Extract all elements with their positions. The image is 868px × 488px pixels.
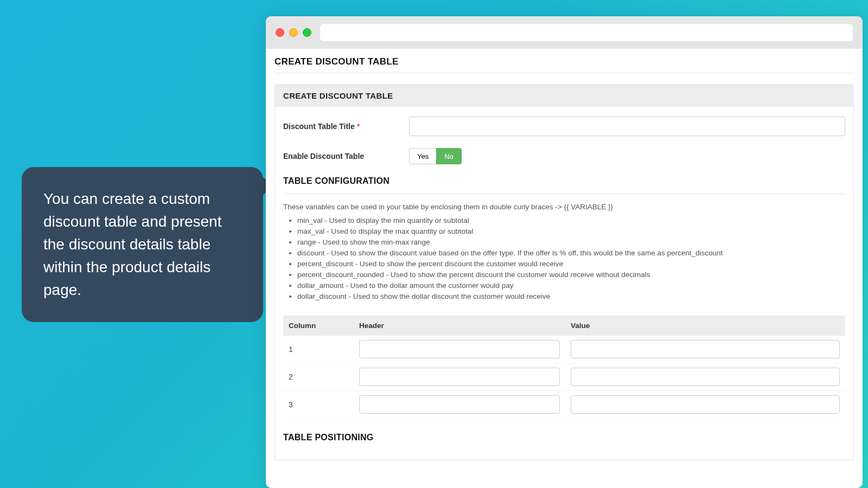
table-row: 1: [283, 336, 845, 363]
toggle-yes-button[interactable]: Yes: [409, 148, 436, 164]
col-index: 1: [283, 336, 354, 363]
help-item: dollar_amount - Used to the dollar amoun…: [297, 281, 845, 290]
help-item: min_val - Used to display the min quanti…: [297, 216, 845, 224]
enable-toggle: Yes No: [409, 148, 462, 164]
th-column: Column: [283, 316, 354, 336]
discount-title-input[interactable]: [409, 117, 845, 136]
address-bar[interactable]: [320, 24, 853, 41]
window-controls: [276, 28, 311, 37]
create-discount-panel: CREATE DISCOUNT TABLE Discount Table Tit…: [275, 84, 854, 460]
browser-titlebar: [266, 16, 863, 49]
divider: [283, 194, 845, 194]
help-item: percent_discount - Used to show the perc…: [297, 260, 845, 268]
header-input-2[interactable]: [359, 368, 560, 386]
feature-tooltip: You can create a custom discount table a…: [22, 167, 263, 322]
col-index: 3: [283, 391, 354, 419]
help-list: min_val - Used to display the min quanti…: [283, 216, 845, 300]
help-intro: These variables can be used in your tabl…: [283, 203, 845, 211]
help-item: max_val - Used to display the max quanti…: [297, 227, 845, 235]
label-discount-title: Discount Table Title *: [283, 122, 409, 131]
label-enable-table: Enable Discount Table: [283, 152, 409, 160]
browser-window: CREATE DISCOUNT TABLE CREATE DISCOUNT TA…: [266, 16, 863, 488]
col-index: 2: [283, 363, 354, 391]
th-value: Value: [565, 316, 845, 336]
value-input-1[interactable]: [571, 340, 840, 358]
columns-table: Column Header Value 1 2: [283, 316, 845, 419]
header-input-3[interactable]: [359, 395, 560, 414]
value-input-2[interactable]: [571, 368, 840, 386]
table-row: 2: [283, 363, 845, 391]
toggle-no-button[interactable]: No: [436, 148, 462, 164]
page-title: CREATE DISCOUNT TABLE: [275, 56, 854, 73]
page-content: CREATE DISCOUNT TABLE CREATE DISCOUNT TA…: [266, 49, 863, 488]
row-discount-title: Discount Table Title *: [283, 117, 845, 136]
tooltip-text: You can create a custom discount table a…: [43, 190, 221, 298]
help-item: range - Used to show the min-max range: [297, 238, 845, 246]
header-input-1[interactable]: [359, 340, 560, 358]
close-icon[interactable]: [276, 28, 284, 37]
table-row: 3: [283, 391, 845, 419]
th-header: Header: [354, 316, 565, 336]
help-item: dollar_discount - Used to show the dolla…: [297, 292, 845, 300]
row-enable-table: Enable Discount Table Yes No: [283, 148, 845, 164]
help-item: percent_discount_rounded - Used to show …: [297, 271, 845, 279]
required-asterisk: *: [357, 122, 360, 131]
maximize-icon[interactable]: [303, 28, 311, 37]
panel-header: CREATE DISCOUNT TABLE: [275, 85, 853, 107]
value-input-3[interactable]: [571, 395, 840, 414]
section-table-configuration: TABLE CONFIGURATION: [283, 176, 845, 186]
label-text: Discount Table Title: [283, 122, 355, 131]
panel-body: Discount Table Title * Enable Discount T…: [275, 107, 853, 460]
help-item: discount - Used to show the discount val…: [297, 249, 845, 257]
section-table-positioning: TABLE POSITIONING: [283, 433, 845, 442]
minimize-icon[interactable]: [289, 28, 298, 37]
